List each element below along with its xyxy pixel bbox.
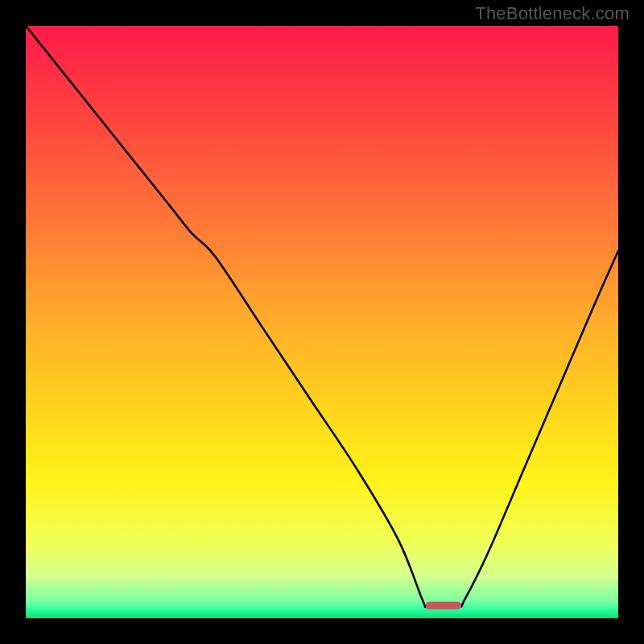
plot-area [26,26,618,618]
min-marker [426,601,461,609]
min-marker-layer [26,26,618,618]
watermark-text: TheBottleneck.com [475,3,630,24]
chart-container: TheBottleneck.com [0,0,644,644]
